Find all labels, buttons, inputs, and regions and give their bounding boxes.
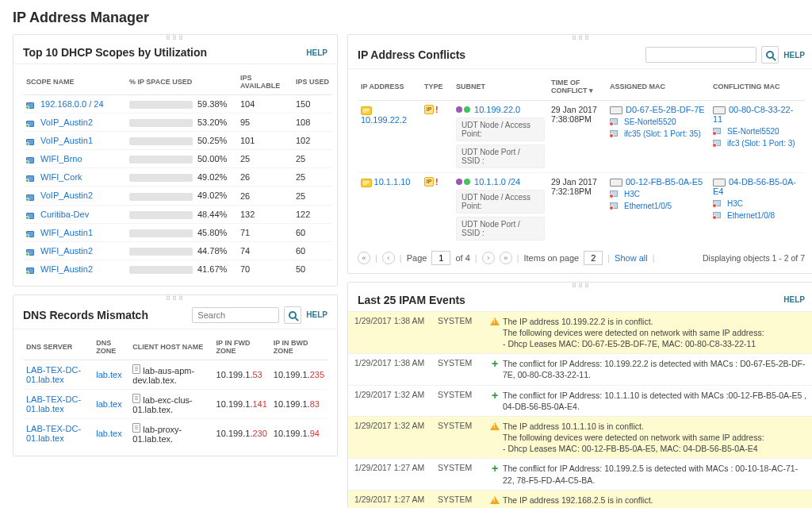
dns-zone-link[interactable]: lab.tex xyxy=(96,399,121,409)
conflicting-mac-port[interactable]: ifc3 (Slot: 1 Port: 3) xyxy=(727,139,795,148)
scope-link[interactable]: VoIP_Austin2 xyxy=(40,190,93,200)
scope-icon xyxy=(26,229,37,237)
col-time[interactable]: TIME OF CONFLICT ▾ xyxy=(548,74,607,100)
conflicts-search-button[interactable] xyxy=(761,46,779,64)
subnet-link[interactable]: 10.1.1.0 /24 xyxy=(474,177,520,187)
col-cmac[interactable]: CONFLICTING MAC xyxy=(710,74,805,100)
add-icon: + xyxy=(492,358,498,369)
ips-used: 60 xyxy=(293,241,332,260)
drag-handle-icon[interactable]: ⠿⠿⠿ xyxy=(348,283,812,291)
help-link[interactable]: HELP xyxy=(306,48,327,57)
event-time: 1/29/2017 1:32 AM xyxy=(354,421,438,455)
search-button[interactable] xyxy=(284,306,301,324)
scope-link[interactable]: WIFI_Austin1 xyxy=(40,228,93,237)
conflicting-mac-node[interactable]: H3C xyxy=(727,199,743,208)
drag-handle-icon[interactable]: ⠿⠿⠿ xyxy=(348,35,812,43)
drag-handle-icon[interactable]: ⠿⠿⠿ xyxy=(13,295,337,303)
ips-used: 50 xyxy=(293,260,332,278)
usage-pct: 50.00% xyxy=(197,154,227,164)
dns-zone-link[interactable]: lab.tex xyxy=(96,370,121,379)
dhcp-table: SCOPE NAME % IP SPACE USED IPS AVAILABLE… xyxy=(23,69,332,278)
dns-server-link[interactable]: LAB-TEX-DC-01.lab.tex xyxy=(26,424,81,443)
ips-available: 104 xyxy=(237,95,293,114)
assigned-mac-port[interactable]: ifc35 (Slot: 1 Port: 35) xyxy=(624,129,701,138)
scope-link[interactable]: WIFI_Cork xyxy=(40,172,82,182)
usage-bar xyxy=(129,119,193,127)
events-title: Last 25 IPAM Events xyxy=(358,294,783,306)
col-used[interactable]: IPS USED xyxy=(293,69,332,95)
node-icon xyxy=(610,190,621,198)
type-icons: IP! xyxy=(424,105,450,114)
conflict-time: 29 Jan 2017 7:32:18PM xyxy=(548,172,607,244)
conflicts-search-input[interactable] xyxy=(645,47,756,63)
col-dns-server[interactable]: DNS SERVER xyxy=(23,334,93,360)
event-source: SYSTEM xyxy=(438,316,487,350)
search-icon xyxy=(766,51,774,59)
help-link[interactable]: HELP xyxy=(306,310,327,319)
col-avail[interactable]: IPS AVAILABLE xyxy=(237,69,293,95)
assigned-mac-link[interactable]: 00-12-FB-B5-0A-E5 xyxy=(626,177,703,187)
node-icon xyxy=(713,211,724,219)
document-icon xyxy=(132,364,140,374)
conflict-ip-link[interactable]: 10.1.1.10 xyxy=(374,177,411,187)
col-host[interactable]: CLIENT HOST NAME xyxy=(129,334,213,360)
node-icon xyxy=(713,199,724,207)
col-fwd[interactable]: IP IN FWD ZONE xyxy=(213,334,270,360)
node-icon xyxy=(713,139,724,147)
assigned-mac-link[interactable]: D0-67-E5-2B-DF-7E xyxy=(626,105,705,114)
assigned-mac-node[interactable]: SE-Nortel5520 xyxy=(624,117,676,126)
pager-last-button[interactable]: » xyxy=(500,252,512,264)
pager-prev-button[interactable]: ‹ xyxy=(382,252,395,264)
assigned-mac-port[interactable]: Ethernet1/0/5 xyxy=(624,202,672,210)
pager-ipp-input[interactable] xyxy=(584,251,603,265)
col-scope[interactable]: SCOPE NAME xyxy=(23,69,126,95)
table-row: LAB-TEX-DC-01.lab.texlab.texlab-exc-clus… xyxy=(23,389,327,418)
scope-link[interactable]: Curitiba-Dev xyxy=(40,210,89,219)
col-type[interactable]: TYPE xyxy=(421,74,453,100)
ip-badge-icon: IP xyxy=(424,177,434,187)
drag-handle-icon[interactable]: ⠿⠿⠿ xyxy=(13,35,337,43)
conflicting-mac-node[interactable]: SE-Nortel5520 xyxy=(727,127,779,136)
dns-server-link[interactable]: LAB-TEX-DC-01.lab.tex xyxy=(26,394,81,414)
table-row: WIFI_Austin244.78%7460 xyxy=(23,241,332,260)
status-dot-icon xyxy=(464,106,470,113)
table-row: Curitiba-Dev48.44%132122 xyxy=(23,205,332,223)
pager-first-button[interactable]: « xyxy=(358,252,370,264)
host-name: lab-exc-clus-01.lab.tex. xyxy=(132,395,192,414)
event-row: 1/29/2017 1:38 AMSYSTEM+The conflict for… xyxy=(348,354,812,385)
scope-link[interactable]: VoIP_Austin1 xyxy=(40,136,93,145)
col-amac[interactable]: ASSIGNED MAC xyxy=(607,74,710,100)
assigned-mac-node[interactable]: H3C xyxy=(624,190,640,198)
conflicting-mac-port[interactable]: Ethernet1/0/8 xyxy=(727,211,775,220)
vendor-icon xyxy=(610,179,622,187)
scope-link[interactable]: WIFI_Austin2 xyxy=(40,246,93,256)
col-pct[interactable]: % IP SPACE USED xyxy=(126,69,237,95)
scope-link[interactable]: 192.168.0.0 / 24 xyxy=(40,99,104,109)
dns-table: DNS SERVER DNS ZONE CLIENT HOST NAME IP … xyxy=(23,334,327,448)
help-link[interactable]: HELP xyxy=(783,51,805,60)
help-link[interactable]: HELP xyxy=(783,295,805,304)
ips-available: 101 xyxy=(237,132,293,150)
pager-next-button[interactable]: › xyxy=(482,252,495,264)
page-title: IP Address Manager xyxy=(13,10,799,26)
dns-server-link[interactable]: LAB-TEX-DC-01.lab.tex xyxy=(26,365,81,384)
subnet-link[interactable]: 10.199.22.0 xyxy=(474,105,520,114)
usage-bar xyxy=(129,266,193,274)
col-subnet[interactable]: SUBNET xyxy=(453,74,548,100)
dns-zone-link[interactable]: lab.tex xyxy=(96,429,121,438)
usage-pct: 41.67% xyxy=(197,264,227,274)
status-dot-icon xyxy=(456,106,462,113)
pager-show-all[interactable]: Show all xyxy=(615,253,648,263)
col-bwd[interactable]: IP IN BWD ZONE xyxy=(270,334,327,360)
col-ip[interactable]: IP ADDRESS xyxy=(358,74,421,100)
scope-link[interactable]: WIFI_Austin2 xyxy=(40,264,93,274)
scope-link[interactable]: WIFI_Brno xyxy=(40,154,82,164)
search-input[interactable] xyxy=(192,307,279,323)
col-dns-zone[interactable]: DNS ZONE xyxy=(93,334,129,360)
conflict-ip-link[interactable]: 10.199.22.2 xyxy=(361,115,407,125)
event-row: 1/29/2017 1:27 AMSYSTEM+The conflict for… xyxy=(348,459,812,490)
scope-icon xyxy=(26,174,37,182)
pager-page-input[interactable] xyxy=(431,251,450,265)
usage-pct: 59.38% xyxy=(197,99,227,109)
scope-link[interactable]: VoIP_Austin2 xyxy=(40,117,93,127)
